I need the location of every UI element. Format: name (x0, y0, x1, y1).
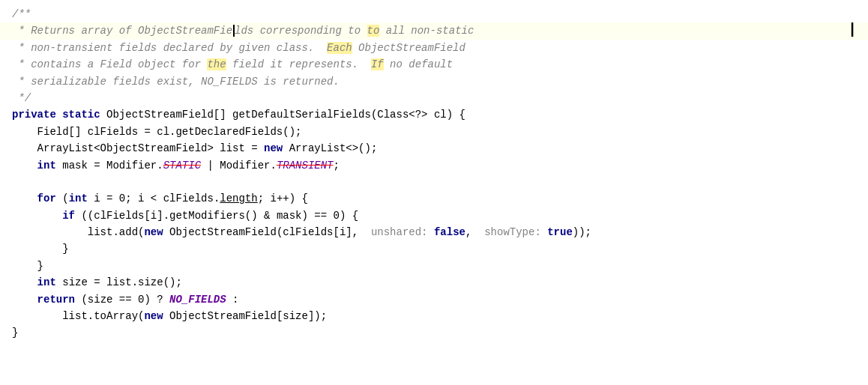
line-text: list.toArray( (12, 308, 144, 324)
line-text: * serializable fields exist, NO_FIELDS i… (12, 73, 340, 90)
line-text: ; (334, 157, 340, 174)
line-text (56, 106, 62, 123)
code-line-17: int size = list.size(); (0, 274, 868, 291)
code-line-15: } (0, 240, 868, 257)
code-line-19: list.toArray( new ObjectStreamField[size… (0, 308, 868, 324)
keyword-if: if (62, 207, 75, 224)
line-text: Field[] clFields = cl.getDeclaredFields(… (12, 124, 301, 140)
cursor (233, 25, 235, 37)
keyword-private: private (12, 106, 56, 123)
line-text (12, 190, 37, 207)
line-text: : (226, 291, 239, 308)
line-text (428, 224, 434, 240)
line-text: size = list.size(); (56, 274, 182, 291)
code-line-13: if ((clFields[i].getModifiers() & mask) … (0, 207, 868, 224)
line-text (12, 274, 37, 291)
param-label-showtype: showType: (484, 224, 541, 240)
code-line-3: * non-transient fields declared by given… (0, 40, 868, 56)
code-line-9: ArrayList<ObjectStreamField> list = new … (0, 140, 868, 157)
code-line-8: Field[] clFields = cl.getDeclaredFields(… (0, 124, 868, 140)
line-text: * Returns array of ObjectStreamFields co… (12, 22, 474, 39)
code-line-7: private static ObjectStreamField[] getDe… (0, 106, 868, 123)
code-line-16: } (0, 258, 868, 274)
code-line-14: list.add( new ObjectStreamField(clFields… (0, 224, 868, 240)
code-line-11 (0, 174, 868, 190)
keyword-new2: new (144, 224, 163, 240)
code-line-18: return (size == 0) ? NO_FIELDS : (0, 291, 868, 308)
line-text (12, 207, 62, 224)
line-text: ArrayList<ObjectStreamField> list = (12, 140, 264, 157)
keyword-int: int (37, 157, 56, 174)
code-line-12: for ( int i = 0; i < clFields. length ; … (0, 190, 868, 207)
line-text: } (12, 258, 43, 274)
code-line-2: * Returns array of ObjectStreamFields co… (0, 22, 868, 39)
value-false: false (434, 224, 465, 240)
line-text: | Modifier. (201, 157, 277, 174)
code-line-1: /** (0, 6, 868, 22)
line-text: ObjectStreamField[size]); (163, 308, 327, 324)
keyword-int3: int (37, 274, 56, 291)
line-text (12, 157, 37, 174)
keyword-static: static (62, 106, 100, 123)
line-text: list.add( (12, 224, 144, 240)
line-text: } (12, 324, 18, 341)
code-line-6: */ (0, 90, 868, 106)
line-text: i = 0; i < clFields. (88, 190, 220, 207)
field-static: STATIC (163, 157, 201, 174)
line-text: (size == 0) ? (75, 291, 169, 308)
value-true: true (547, 224, 573, 240)
field-transient: TRANSIENT (277, 157, 334, 174)
code-line-5: * serializable fields exist, NO_FIELDS i… (0, 73, 868, 90)
keyword-new: new (264, 140, 283, 157)
line-text (12, 291, 37, 308)
code-line-10: int mask = Modifier. STATIC | Modifier. … (0, 157, 868, 174)
line-text: * non-transient fields declared by given… (12, 40, 465, 56)
line-text: , (465, 224, 484, 240)
code-line-4: * contains a Field object for the field … (0, 56, 868, 73)
keyword-for: for (37, 190, 56, 207)
code-line-20: } (0, 324, 868, 341)
line-text: */ (12, 90, 31, 106)
no-fields-value: NO_FIELDS (169, 291, 226, 308)
line-text: } (12, 240, 69, 257)
field-length: length (220, 190, 257, 207)
keyword-new3: new (144, 308, 163, 324)
text-cursor-icon: ┃ (849, 22, 856, 41)
line-text: ObjectStreamField[] getDefaultSerialFiel… (100, 106, 465, 123)
param-label-unshared: unshared: (371, 224, 428, 240)
line-text: ObjectStreamField(clFields[i], (163, 224, 371, 240)
line-text: mask = Modifier. (56, 157, 163, 174)
line-text: ; i++) { (258, 190, 308, 207)
keyword-int2: int (69, 190, 88, 207)
line-text: )); (573, 224, 591, 240)
keyword-return: return (37, 291, 75, 308)
line-text: ( (56, 190, 69, 207)
line-text: * contains a Field object for the field … (12, 56, 453, 73)
line-text (12, 174, 18, 190)
code-editor: /** * Returns array of ObjectStreamField… (0, 0, 868, 385)
line-text: /** (12, 6, 31, 22)
line-text (541, 224, 547, 240)
line-text: ArrayList<>(); (283, 140, 377, 157)
line-text: ((clFields[i].getModifiers() & mask) == … (75, 207, 358, 224)
